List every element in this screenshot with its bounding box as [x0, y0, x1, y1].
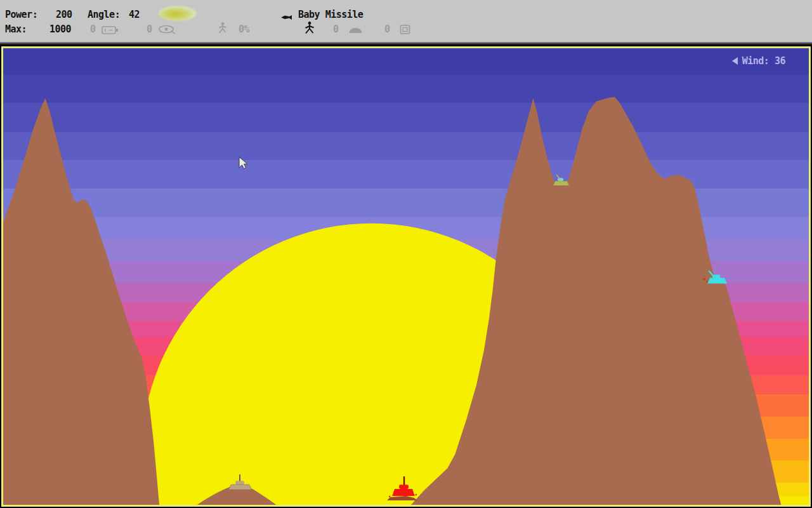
walker-gray-icon: [217, 22, 228, 37]
angle-label: Angle:: [88, 9, 120, 20]
power-value[interactable]: 200: [56, 9, 72, 20]
playfield-border: Wind: 36: [1, 46, 811, 507]
eye-count: 0: [147, 23, 152, 35]
walk-percent: 0%: [239, 23, 249, 35]
walker-active-icon: [303, 21, 316, 37]
power-label: Power:: [5, 9, 37, 20]
parachute-count: 0: [333, 23, 339, 35]
weapon-name[interactable]: Baby Missile: [298, 9, 363, 20]
battery-icon: [102, 25, 119, 37]
left-mountain: [3, 98, 159, 505]
wind-text: Wind: 36: [742, 55, 785, 67]
box-count: 0: [384, 23, 390, 35]
tank-preview-blob: [159, 6, 197, 21]
wind-direction-icon: [732, 57, 738, 65]
mouse-cursor: [239, 157, 247, 168]
parachute-icon: [348, 25, 363, 37]
wind-indicator: Wind: 36: [732, 55, 785, 67]
max-label: Max:: [5, 23, 27, 35]
box-icon: [400, 24, 412, 37]
playfield-canvas[interactable]: Wind: 36: [3, 48, 809, 505]
playfield-frame: Wind: 36: [0, 45, 812, 508]
battery-count: 0: [90, 23, 96, 35]
missile-icon: [281, 11, 292, 23]
tank-green: [553, 175, 569, 185]
max-value: 1000: [49, 23, 71, 35]
toolbar: Power: 200 Angle: 42 Baby Missile Max: 1…: [0, 0, 812, 42]
angle-value[interactable]: 42: [129, 9, 140, 20]
eye-icon: [157, 24, 177, 37]
